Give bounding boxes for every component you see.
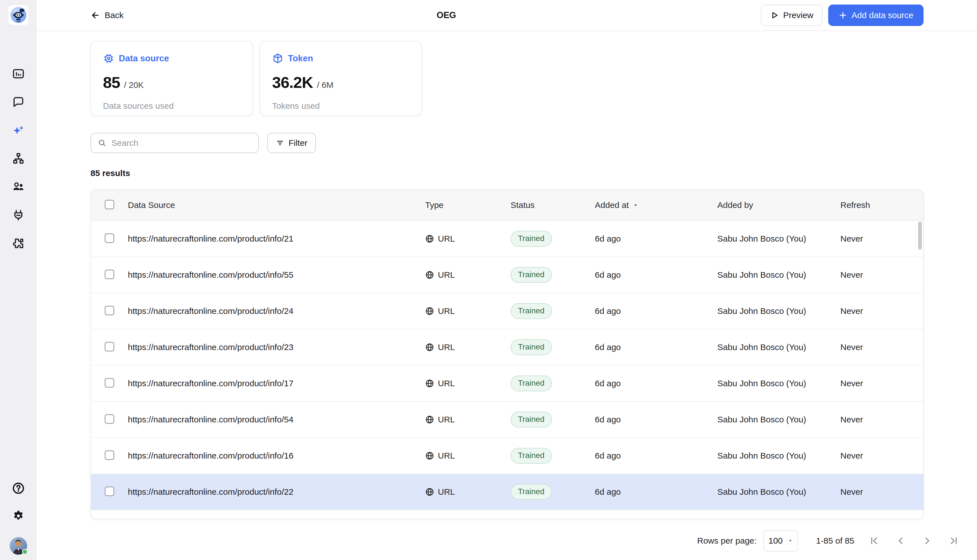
robot-logo-icon: SAB <box>10 6 27 24</box>
next-page-button[interactable] <box>922 536 932 546</box>
row-checkbox[interactable] <box>105 306 114 315</box>
sidebar-item-contacts[interactable] <box>12 180 25 193</box>
type-label: URL <box>438 234 455 243</box>
added-by-cell: Sabu John Bosco (You) <box>717 415 840 424</box>
refresh-cell: Never <box>840 451 923 460</box>
sidebar-item-addons[interactable] <box>12 237 25 250</box>
status-badge: Trained <box>510 267 552 283</box>
rows-per-page-select[interactable]: 100 <box>763 530 798 552</box>
type-label: URL <box>438 451 455 460</box>
card-caption: Data sources used <box>103 101 241 111</box>
data-sources-quota: / 20K <box>124 80 144 90</box>
usage-stats: Data source 85 / 20K Data sources used T… <box>90 41 924 116</box>
filter-icon <box>276 139 284 147</box>
card-label: Token <box>288 53 313 63</box>
data-source-url: https://naturecraftonline.com/product/in… <box>128 342 425 352</box>
preview-button[interactable]: Preview <box>761 5 823 26</box>
data-source-url: https://naturecraftonline.com/product/in… <box>128 451 425 460</box>
refresh-cell: Never <box>840 306 923 316</box>
sidebar-item-integrations[interactable] <box>12 208 25 222</box>
card-label: Data source <box>119 53 169 63</box>
sidebar: SAB <box>0 0 37 560</box>
data-source-url: https://naturecraftonline.com/product/in… <box>128 234 425 243</box>
row-checkbox[interactable] <box>105 342 114 352</box>
token-usage-card: Token 36.2K / 6M Tokens used <box>260 41 422 116</box>
card-value: 85 / 20K <box>103 73 241 92</box>
first-page-button[interactable] <box>869 536 879 546</box>
added-by-cell: Sabu John Bosco (You) <box>717 378 840 388</box>
card-value: 36.2K / 6M <box>272 73 410 92</box>
status-badge: Trained <box>510 484 552 500</box>
column-header-data-source: Data Source <box>128 200 425 210</box>
header-actions: Preview Add data source <box>761 5 923 26</box>
pagination-bar: Rows per page: 100 1-85 of 85 <box>90 530 959 552</box>
back-button[interactable]: Back <box>90 10 124 20</box>
status-badge: Trained <box>510 231 552 247</box>
refresh-cell: Never <box>840 487 923 497</box>
table-row[interactable]: https://naturecraftonline.com/product/in… <box>91 329 923 365</box>
refresh-cell: Never <box>840 270 923 280</box>
user-avatar[interactable] <box>10 537 27 555</box>
settings-button[interactable] <box>12 510 25 522</box>
rows-per-page-label: Rows per page: <box>697 536 757 546</box>
search-input[interactable] <box>111 138 251 148</box>
pager-controls <box>869 536 959 546</box>
added-by-cell: Sabu John Bosco (You) <box>717 306 840 316</box>
select-all-checkbox[interactable] <box>105 200 114 209</box>
help-button[interactable] <box>12 482 25 495</box>
type-cell: URL <box>425 415 510 424</box>
column-header-added-at[interactable]: Added at <box>595 200 638 210</box>
filter-button[interactable]: Filter <box>267 133 316 153</box>
type-cell: URL <box>425 342 510 352</box>
row-checkbox[interactable] <box>105 414 114 424</box>
added-at-cell: 6d ago <box>595 270 717 280</box>
table-row[interactable]: https://naturecraftonline.com/product/in… <box>91 257 923 293</box>
row-checkbox[interactable] <box>105 378 114 388</box>
workspace-logo[interactable]: SAB <box>8 5 28 25</box>
table-row[interactable]: https://naturecraftonline.com/product/in… <box>91 473 923 510</box>
last-page-button[interactable] <box>949 536 959 546</box>
type-label: URL <box>438 378 455 388</box>
table-row[interactable]: https://naturecraftonline.com/product/in… <box>91 365 923 401</box>
refresh-cell: Never <box>840 342 923 352</box>
add-data-source-button[interactable]: Add data source <box>828 5 923 26</box>
table-row[interactable]: https://naturecraftonline.com/product/in… <box>91 293 923 329</box>
added-at-cell: 6d ago <box>595 234 717 243</box>
sidebar-item-workflows[interactable] <box>12 152 25 165</box>
status-badge: Trained <box>510 448 552 463</box>
refresh-cell: Never <box>840 415 923 424</box>
added-at-cell: 6d ago <box>595 451 717 460</box>
globe-icon <box>425 451 434 460</box>
globe-icon <box>425 487 434 497</box>
table-scrollbar-thumb[interactable] <box>918 222 922 250</box>
pagination-range: 1-85 of 85 <box>816 536 854 546</box>
row-checkbox[interactable] <box>105 487 114 496</box>
type-cell: URL <box>425 306 510 316</box>
sidebar-item-training[interactable] <box>12 124 25 137</box>
sidebar-nav <box>12 67 25 250</box>
data-sources-table: Data Source Type Status Added at Added b… <box>90 189 924 519</box>
row-checkbox[interactable] <box>105 233 114 243</box>
sidebar-item-chats[interactable] <box>12 95 25 108</box>
type-cell: URL <box>425 487 510 497</box>
filter-label: Filter <box>288 138 308 148</box>
sidebar-item-analytics[interactable] <box>12 67 25 80</box>
status-badge: Trained <box>510 303 552 319</box>
card-header: Token <box>272 53 410 64</box>
sort-caret-down-icon <box>633 202 638 208</box>
online-status-dot <box>22 549 28 555</box>
added-at-cell: 6d ago <box>595 378 717 388</box>
added-by-cell: Sabu John Bosco (You) <box>717 451 840 460</box>
data-source-usage-card: Data source 85 / 20K Data sources used <box>90 41 253 116</box>
status-badge: Trained <box>510 412 552 427</box>
chip-icon <box>103 53 114 64</box>
table-row[interactable]: https://naturecraftonline.com/product/in… <box>91 401 923 437</box>
table-row[interactable]: https://naturecraftonline.com/product/in… <box>91 437 923 473</box>
gear-icon <box>12 510 25 522</box>
row-checkbox[interactable] <box>105 450 114 460</box>
table-row[interactable]: https://naturecraftonline.com/product/in… <box>91 220 923 257</box>
row-checkbox[interactable] <box>105 270 114 279</box>
tokens-quota: / 6M <box>317 80 333 90</box>
previous-page-button[interactable] <box>895 536 906 546</box>
main-content: Data source 85 / 20K Data sources used T… <box>37 31 977 552</box>
